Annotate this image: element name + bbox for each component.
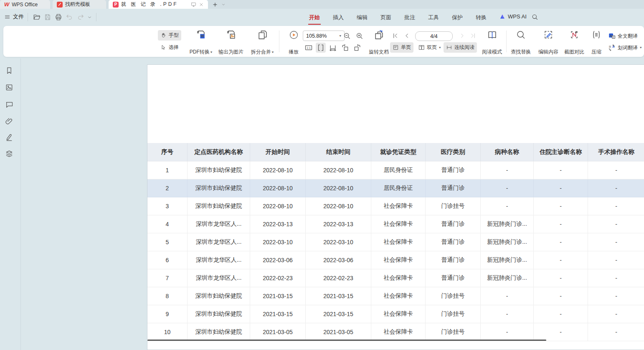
- play-button[interactable]: 播放: [284, 28, 303, 57]
- menu-tab-edit[interactable]: 编辑: [357, 14, 368, 21]
- attachments-panel-button[interactable]: [5, 117, 14, 126]
- table-cell: 社会保障卡: [371, 305, 426, 323]
- continuous-read-button[interactable]: 连续阅读: [444, 42, 477, 53]
- table-cell: 2021-03-15: [306, 287, 371, 305]
- quick-access-chevron-icon[interactable]: [87, 15, 92, 20]
- continuous-read-label: 连续阅读: [454, 44, 474, 51]
- first-page-button[interactable]: [390, 31, 400, 41]
- actual-size-button[interactable]: 1:1: [304, 43, 314, 53]
- edit-content-label: 编辑内容: [538, 49, 558, 56]
- bookmarks-panel-button[interactable]: [5, 66, 14, 75]
- rotate-left-button[interactable]: [340, 43, 350, 53]
- tab-list-chevron-icon[interactable]: [221, 3, 226, 7]
- table-cell: 门诊挂号: [426, 305, 481, 323]
- menu-tab-comment[interactable]: 批注: [404, 14, 415, 21]
- table-cell: 4: [147, 215, 188, 233]
- export-image-button[interactable]: 输出为图片: [216, 28, 246, 57]
- split-merge-button[interactable]: 拆分合并▾: [247, 28, 277, 57]
- signature-panel-button[interactable]: [5, 133, 14, 142]
- word-translate-icon: 文A: [608, 44, 616, 51]
- table-cell: 新冠肺炎门诊...: [481, 269, 534, 287]
- new-tab-icon[interactable]: [212, 2, 218, 8]
- comments-panel-button[interactable]: [5, 100, 14, 109]
- table-cell: -: [588, 197, 644, 215]
- table-cell: 2022-02-23: [250, 269, 306, 287]
- layers-icon: [5, 150, 13, 158]
- table-cell: 深圳市龙华区人...: [188, 215, 250, 233]
- single-page-icon: [393, 44, 399, 51]
- table-cell: -: [588, 251, 644, 269]
- screenshot-compare-button[interactable]: 截图对比: [561, 28, 587, 57]
- hand-icon: [160, 32, 167, 38]
- rotate-right-button[interactable]: [352, 43, 363, 53]
- print-icon[interactable]: [55, 13, 62, 21]
- table-row: 9深圳市妇幼保健院2021-03-152021-03-15社会保障卡门诊挂号--…: [147, 305, 644, 323]
- open-file-icon[interactable]: [33, 13, 41, 21]
- menu-tab-tools[interactable]: 工具: [428, 14, 439, 21]
- wps-ai-button[interactable]: WPS AI: [499, 13, 527, 20]
- first-page-icon: [392, 33, 398, 39]
- last-page-button[interactable]: [468, 31, 478, 41]
- zoom-in-button[interactable]: [354, 31, 364, 41]
- pdf-convert-icon: W: [196, 30, 206, 40]
- menu-tab-convert[interactable]: 转换: [476, 14, 487, 21]
- pdf-page[interactable]: 序号定点医药机构名称开始时间结束时间就诊凭证类型医疗类别病种名称住院主诊断名称手…: [147, 64, 644, 350]
- zoom-out-button[interactable]: [342, 31, 352, 41]
- pdf-convert-button[interactable]: W PDF转换▾: [186, 28, 216, 57]
- word-translate-button[interactable]: 文A 划词翻译 ▾: [608, 44, 642, 51]
- ribbon-search-icon[interactable]: [531, 13, 538, 20]
- layers-panel-button[interactable]: [5, 149, 14, 158]
- file-menu-button[interactable]: 文件: [4, 13, 24, 20]
- screenshot-compare-label: 截图对比: [564, 49, 584, 56]
- svg-text:文: 文: [612, 36, 615, 38]
- previous-page-button[interactable]: [402, 31, 412, 41]
- undo-icon[interactable]: [66, 13, 73, 21]
- horizontal-scrollbar[interactable]: [147, 340, 546, 341]
- read-mode-button[interactable]: 阅读模式: [479, 28, 505, 57]
- present-monitor-icon[interactable]: [191, 2, 196, 7]
- thumbnails-panel-button[interactable]: [5, 83, 14, 92]
- page-number-input[interactable]: 4/4: [415, 31, 453, 41]
- svg-text:文: 文: [609, 45, 611, 48]
- tab-docer-templates[interactable]: 找稻壳模板: [53, 0, 106, 9]
- save-icon[interactable]: [44, 13, 51, 21]
- edit-content-button[interactable]: 编辑内容: [535, 28, 561, 57]
- single-page-button[interactable]: 单页: [390, 42, 413, 53]
- select-tool-button[interactable]: 选择: [158, 42, 181, 53]
- table-cell: 门诊挂号: [426, 197, 481, 215]
- menu-tab-insert[interactable]: 插入: [333, 14, 344, 21]
- find-replace-button[interactable]: 查找替换: [507, 28, 535, 57]
- table-cell: 5: [147, 233, 188, 251]
- fit-page-button[interactable]: [316, 43, 326, 53]
- ribbon-toolbar: 手型 选择 W PDF转换▾ 输出为图片 拆分合并▾ 播放 105.88% ▾ …: [3, 26, 644, 57]
- double-page-button[interactable]: 双页 ▾: [416, 42, 444, 53]
- menu-tab-protect[interactable]: 保护: [452, 14, 463, 21]
- zoom-level-combobox[interactable]: 105.88% ▾: [303, 31, 345, 41]
- tab-document-pdf[interactable]: P 就 医 记 录 .PDF: [109, 0, 208, 9]
- table-cell: 2021-03-15: [250, 287, 306, 305]
- rotate-document-button[interactable]: 旋转文档: [365, 28, 393, 57]
- comment-icon: [5, 100, 13, 109]
- table-cell: -: [481, 305, 534, 323]
- table-cell: -: [534, 179, 588, 197]
- fit-width-button[interactable]: [328, 43, 338, 53]
- table-cell: 普通门诊: [426, 269, 481, 287]
- compress-button[interactable]: 压缩: [587, 28, 606, 57]
- full-text-translate-button[interactable]: A文 全文翻译: [608, 32, 638, 40]
- menu-tab-home[interactable]: 开始: [309, 14, 320, 21]
- redo-icon[interactable]: [77, 13, 84, 21]
- next-page-button[interactable]: [457, 31, 467, 41]
- menu-tab-page[interactable]: 页面: [380, 14, 391, 21]
- hand-tool-button[interactable]: 手型: [158, 30, 181, 41]
- book-icon: [487, 30, 497, 40]
- table-cell: -: [481, 287, 534, 305]
- table-cell: 深圳市妇幼保健院: [188, 161, 250, 179]
- table-cell: 深圳市妇幼保健院: [188, 287, 250, 305]
- pdf-convert-label: PDF转换: [190, 49, 210, 56]
- table-cell: 社会保障卡: [371, 251, 426, 269]
- tab-wps-office[interactable]: W WPS Office: [0, 0, 50, 9]
- table-cell: 1: [147, 161, 188, 179]
- close-tab-icon[interactable]: [199, 2, 204, 7]
- chevron-down-icon: ▾: [339, 34, 341, 38]
- svg-text:W: W: [200, 34, 204, 38]
